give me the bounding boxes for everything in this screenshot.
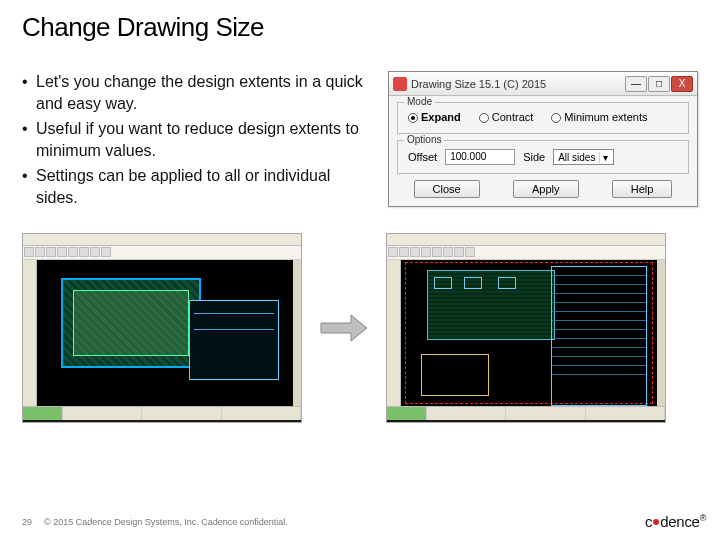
dialog-titlebar[interactable]: Drawing Size 15.1 (C) 2015 — □ X [389, 72, 697, 96]
brand-logo: cdence® [645, 513, 706, 530]
app-icon [393, 77, 407, 91]
close-button[interactable]: X [671, 76, 693, 92]
dialog-title: Drawing Size 15.1 (C) 2015 [411, 78, 625, 90]
bullet-item: Settings can be applied to all or indivi… [22, 165, 376, 208]
contract-radio[interactable]: Contract [479, 111, 534, 123]
page-title: Change Drawing Size [22, 12, 698, 43]
expand-radio[interactable]: Expand [408, 111, 461, 123]
after-screenshot [386, 233, 666, 423]
drawing-size-dialog: Drawing Size 15.1 (C) 2015 — □ X Mode Ex… [388, 71, 698, 207]
bullet-item: Let's you change the design extents in a… [22, 71, 376, 114]
page-number: 29 [22, 517, 32, 527]
apply-button[interactable]: Apply [513, 180, 579, 198]
maximize-button[interactable]: □ [648, 76, 670, 92]
bullet-list: Let's you change the design extents in a… [22, 71, 376, 213]
mode-legend: Mode [404, 96, 435, 107]
minimize-button[interactable]: — [625, 76, 647, 92]
help-button[interactable]: Help [612, 180, 673, 198]
options-fieldset: Options Offset 100.000 Side All sides ▾ [397, 140, 689, 174]
minimum-extents-radio[interactable]: Minimum extents [551, 111, 647, 123]
mode-fieldset: Mode Expand Contract Minimum extents [397, 102, 689, 134]
chevron-down-icon: ▾ [599, 152, 611, 163]
brand-dot-icon [653, 519, 659, 525]
options-legend: Options [404, 134, 444, 145]
arrow-icon [314, 313, 374, 343]
offset-input[interactable]: 100.000 [445, 149, 515, 165]
side-dropdown[interactable]: All sides ▾ [553, 149, 614, 165]
dialog-close-button[interactable]: Close [414, 180, 480, 198]
before-screenshot [22, 233, 302, 423]
offset-label: Offset [408, 151, 437, 163]
bullet-item: Useful if you want to reduce design exte… [22, 118, 376, 161]
side-label: Side [523, 151, 545, 163]
copyright-text: © 2015 Cadence Design Systems, Inc. Cade… [44, 517, 288, 527]
